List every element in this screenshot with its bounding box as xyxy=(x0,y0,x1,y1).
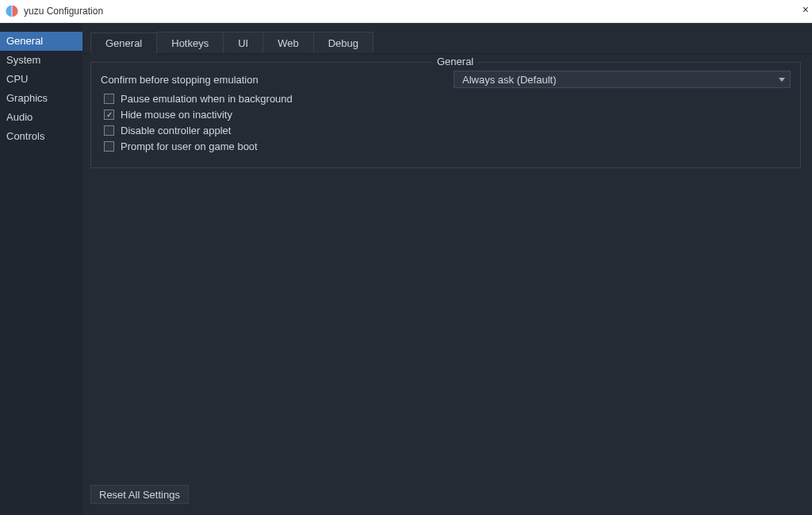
tab-general[interactable]: General xyxy=(90,33,157,54)
dropdown-value: Always ask (Default) xyxy=(462,74,556,86)
reset-all-settings-button[interactable]: Reset All Settings xyxy=(90,485,189,504)
titlebar: yuzu Configuration × xyxy=(0,0,812,23)
confirm-stop-dropdown[interactable]: Always ask (Default) xyxy=(454,71,791,88)
confirm-stop-label: Confirm before stopping emulation xyxy=(101,74,430,86)
tab-web[interactable]: Web xyxy=(263,32,314,53)
window-title: yuzu Configuration xyxy=(24,6,103,17)
sidebar-item-controls[interactable]: Controls xyxy=(0,127,82,146)
sidebar-item-audio[interactable]: Audio xyxy=(0,108,82,127)
checkbox-label-hide-mouse: Hide mouse on inactivity xyxy=(121,109,232,121)
checkbox-row-disable-controller-applet: Disable controller applet xyxy=(101,125,430,136)
tab-debug[interactable]: Debug xyxy=(314,32,373,53)
checkbox-hide-mouse[interactable] xyxy=(104,110,114,120)
sidebar-item-general[interactable]: General xyxy=(0,32,82,51)
checkbox-label-disable-controller-applet: Disable controller applet xyxy=(121,125,231,136)
group-right-column: Always ask (Default) xyxy=(454,74,791,152)
yuzu-logo-icon xyxy=(5,4,19,18)
checkbox-pause-background[interactable] xyxy=(104,94,114,104)
panel-general: General Confirm before stopping emulatio… xyxy=(82,54,812,515)
group-legend: General xyxy=(432,56,478,67)
sidebar-item-system[interactable]: System xyxy=(0,51,82,70)
group-left-column: Confirm before stopping emulation Pause … xyxy=(101,74,430,152)
content: General Hotkeys UI Web Debug General Con… xyxy=(82,23,812,515)
checkbox-label-pause-background: Pause emulation when in background xyxy=(121,93,293,105)
checkbox-label-prompt-user: Prompt for user on game boot xyxy=(121,140,258,152)
sidebar-item-cpu[interactable]: CPU xyxy=(0,70,82,89)
tab-hotkeys[interactable]: Hotkeys xyxy=(157,32,224,53)
tabs: General Hotkeys UI Web Debug xyxy=(82,32,812,54)
close-icon[interactable]: × xyxy=(802,3,809,16)
group-content: Confirm before stopping emulation Pause … xyxy=(101,74,791,152)
chevron-down-icon xyxy=(779,78,785,82)
sidebar-item-graphics[interactable]: Graphics xyxy=(0,89,82,108)
checkbox-prompt-user[interactable] xyxy=(104,141,114,152)
tab-ui[interactable]: UI xyxy=(224,32,263,53)
checkbox-row-hide-mouse: Hide mouse on inactivity xyxy=(101,109,430,121)
checkbox-row-prompt-user: Prompt for user on game boot xyxy=(101,140,430,152)
checkbox-row-pause-background: Pause emulation when in background xyxy=(101,93,430,105)
sidebar: General System CPU Graphics Audio Contro… xyxy=(0,23,82,515)
groupbox-general: General Confirm before stopping emulatio… xyxy=(90,62,801,168)
app-body: General System CPU Graphics Audio Contro… xyxy=(0,23,812,515)
checkbox-disable-controller-applet[interactable] xyxy=(104,125,114,136)
